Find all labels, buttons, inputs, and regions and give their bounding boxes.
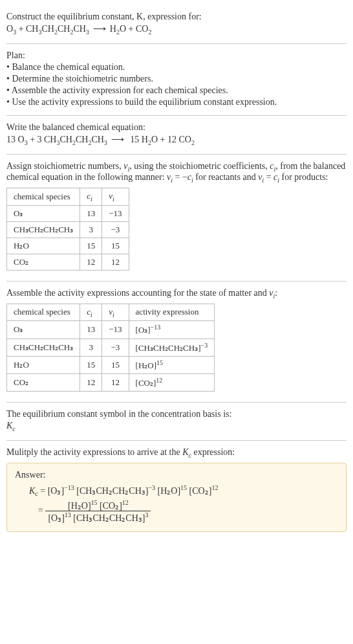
table-row: CO₂1212[CO₂]12 bbox=[7, 374, 215, 392]
section-activity: Assemble the activity expressions accoun… bbox=[6, 282, 347, 403]
section-multiply: Mulitply the activity expressions to arr… bbox=[6, 441, 347, 539]
activity-table: chemical species ci νi activity expressi… bbox=[6, 304, 215, 392]
stoich-table: chemical species ci νi O₃13−13 CH₃CH₂CH₂… bbox=[6, 188, 129, 271]
table-row: H₂O1515 bbox=[7, 238, 129, 254]
kc-symbol: Kc bbox=[6, 421, 347, 432]
balanced-equation: 13 O3 + 3 CH3CH2CH2CH3⟶ 15 H2O + 12 CO2 bbox=[6, 134, 347, 146]
section-stoich: Assign stoichiometric numbers, νi, using… bbox=[6, 155, 347, 282]
species-butane: CH3CH2CH2CH3 bbox=[44, 135, 107, 144]
fraction-denominator: [O₃]13 [CH₃CH₂CH₂CH₃]3 bbox=[45, 511, 151, 524]
answer-line-1: Kc = [O₃]−13 [CH₃CH₂CH₂CH₃]−3 [H₂O]15 [C… bbox=[29, 484, 338, 497]
fraction-numerator: [H₂O]15 [CO₂]12 bbox=[45, 499, 151, 512]
plan-title: Plan: bbox=[6, 50, 347, 61]
unbalanced-equation: O3 + CH3CH2CH2CH3⟶H2O + CO2 bbox=[6, 23, 347, 36]
col-species: chemical species bbox=[7, 304, 80, 321]
activity-text: Assemble the activity expressions accoun… bbox=[6, 288, 347, 300]
species-co2: CO2 bbox=[179, 135, 195, 144]
col-nui: νi bbox=[102, 188, 129, 206]
answer-label: Answer: bbox=[15, 470, 338, 480]
prompt-text: Construct the equilibrium constant, K, e… bbox=[6, 12, 347, 22]
plan-bullet-4: • Use the activity expressions to build … bbox=[6, 97, 347, 107]
table-row: O₃13−13[O₃]−13 bbox=[7, 321, 215, 339]
col-species: chemical species bbox=[7, 188, 80, 206]
species-h2o: H2O bbox=[142, 135, 158, 144]
stoich-text: Assign stoichiometric numbers, νi, using… bbox=[6, 161, 347, 184]
species-butane: CH3CH2CH2CH3 bbox=[26, 24, 89, 34]
table-row: O₃13−13 bbox=[7, 205, 129, 221]
table-row: CH₃CH₂CH₂CH₃3−3[CH₃CH₂CH₂CH₃]−3 bbox=[7, 339, 215, 356]
multiply-text: Mulitply the activity expressions to arr… bbox=[6, 447, 347, 459]
reaction-arrow: ⟶ bbox=[107, 135, 128, 144]
table-row: CO₂1212 bbox=[7, 254, 129, 270]
table-header-row: chemical species ci νi activity expressi… bbox=[7, 304, 215, 321]
section-plan: Plan: • Balance the chemical equation. •… bbox=[6, 44, 347, 116]
species-h2o: H2O bbox=[110, 24, 126, 34]
table-row: H₂O1515[H₂O]15 bbox=[7, 356, 215, 373]
section-prompt: Construct the equilibrium constant, K, e… bbox=[6, 5, 347, 44]
table-row: CH₃CH₂CH₂CH₃3−3 bbox=[7, 221, 129, 238]
plan-bullet-3: • Assemble the activity expression for e… bbox=[6, 85, 347, 96]
species-o3: O3 bbox=[18, 135, 28, 144]
section-balanced: Write the balanced chemical equation: 13… bbox=[6, 116, 347, 155]
kc-text: The equilibrium constant symbol in the c… bbox=[6, 409, 347, 419]
plan-bullet-2: • Determine the stoichiometric numbers. bbox=[6, 74, 347, 84]
species-co2: CO2 bbox=[136, 24, 151, 34]
col-activity: activity expression bbox=[129, 304, 215, 321]
section-kc-symbol: The equilibrium constant symbol in the c… bbox=[6, 403, 347, 441]
col-ci: ci bbox=[80, 304, 102, 321]
col-ci: ci bbox=[80, 188, 102, 206]
reaction-arrow: ⟶ bbox=[89, 24, 110, 34]
table-header-row: chemical species ci νi bbox=[7, 188, 129, 206]
species-o3: O3 bbox=[6, 24, 16, 34]
answer-line-2: = [H₂O]15 [CO₂]12 [O₃]13 [CH₃CH₂CH₂CH₃]3 bbox=[29, 499, 338, 524]
answer-equation: Kc = [O₃]−13 [CH₃CH₂CH₂CH₃]−3 [H₂O]15 [C… bbox=[15, 484, 338, 524]
answer-box: Answer: Kc = [O₃]−13 [CH₃CH₂CH₂CH₃]−3 [H… bbox=[6, 463, 347, 532]
plan-bullet-1: • Balance the chemical equation. bbox=[6, 62, 347, 72]
balanced-label: Write the balanced chemical equation: bbox=[6, 122, 347, 133]
col-nui: νi bbox=[102, 304, 129, 321]
fraction: [H₂O]15 [CO₂]12 [O₃]13 [CH₃CH₂CH₂CH₃]3 bbox=[45, 499, 151, 524]
